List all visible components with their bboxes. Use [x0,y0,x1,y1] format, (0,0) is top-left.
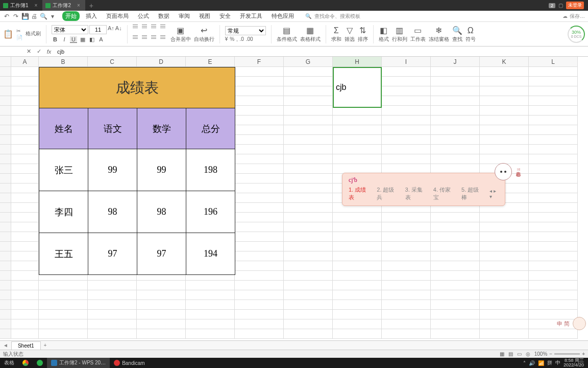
copy-button[interactable]: 📄 [16,35,22,40]
orient[interactable] [160,24,167,29]
tray-up-icon[interactable]: ˄ [523,360,526,366]
percent-icon[interactable]: % [230,36,234,42]
dec-inc-icon[interactable]: .0 [239,36,243,42]
restore-icon[interactable]: ▢ [558,3,563,8]
align-bot[interactable] [151,24,158,29]
taskbar-wechat[interactable] [33,358,47,368]
align-right[interactable] [151,35,158,40]
tab-close-icon[interactable]: × [35,3,38,8]
filter-button[interactable]: ▽筛选 [345,26,355,43]
tray-net-icon[interactable]: 📶 [538,360,544,366]
tab-data[interactable]: 数据 [155,11,173,21]
col-header-G[interactable]: G [284,57,333,67]
symbol-button[interactable]: Ω符号 [465,26,476,43]
rowcol-button[interactable]: ▥行和列 [392,26,407,43]
tab-home[interactable]: 开始 [62,11,80,21]
sheet-nav-prev[interactable]: ◄ [0,342,11,348]
doc-tab-2[interactable]: 工作簿2 × [42,0,85,11]
ime-candidate-popup[interactable]: 小心心我们走!! cj'b 1. 成绩表2. 超级兵3. 采集表4. 传家宝5.… [342,173,505,206]
tray-clock[interactable]: 8:58 周三 2022/4/20 [564,358,584,367]
tab-pagelayout[interactable]: 页面布局 [103,11,132,21]
more-icon[interactable]: ▾ [49,13,56,20]
view-normal-icon[interactable]: ▦ [500,351,504,357]
doc-tab-1[interactable]: 工作簿1 × [0,0,42,11]
redo-icon[interactable]: ↷ [12,13,19,20]
border-button[interactable]: ▦ [79,36,86,43]
tab-security[interactable]: 安全 [216,11,234,21]
preview-icon[interactable]: 🔍 [40,13,47,20]
indent[interactable] [160,35,167,40]
col-header-H[interactable]: H [333,57,382,67]
tab-review[interactable]: 审阅 [176,11,193,21]
cancel-edit-icon[interactable]: ✕ [23,48,34,55]
format-button[interactable]: ◧格式 [379,26,389,43]
col-header-E[interactable]: E [186,57,235,67]
format-painter-label[interactable]: 格式刷 [26,31,41,37]
font-name-select[interactable]: 宋体 [52,25,88,34]
tray-ime-zh[interactable]: 中 [555,359,560,366]
tab-special[interactable]: 特色应用 [268,11,297,21]
taskbar-chrome[interactable] [18,358,33,368]
align-left[interactable] [133,35,140,40]
sheet-tab-1[interactable]: Sheet1 [11,341,41,350]
cloud-progress-ring[interactable]: 30% 0 DCS [568,26,585,43]
freeze-button[interactable]: ❄冻结窗格 [429,26,449,43]
spreadsheet-grid[interactable]: ABCDEFGHIJKL 成绩表姓名语文数学总分张三9999198李四98981… [0,57,588,340]
tray-ime-pin[interactable]: 拼 [547,359,552,366]
tab-formula[interactable]: 公式 [135,11,152,21]
zoom-slider[interactable] [554,353,580,355]
cloud-save-hint[interactable]: ☁ 保存… [562,13,585,20]
col-header-D[interactable]: D [137,57,186,67]
view-page-icon[interactable]: ▤ [508,351,513,357]
tab-insert[interactable]: 插入 [83,11,100,21]
save-icon[interactable]: 💾 [21,13,29,20]
font-color-button[interactable]: A [97,36,105,43]
cut-button[interactable]: ✂ [16,28,22,34]
print-icon[interactable]: 🖨 [31,13,38,20]
col-header-B[interactable]: B [39,57,88,67]
notif-badge[interactable]: 2 [549,3,555,8]
bold-button[interactable]: B [52,36,59,43]
paste-button[interactable]: 📋 [3,29,13,39]
confirm-edit-icon[interactable]: ✓ [34,48,44,55]
assistant-icon[interactable] [573,317,586,330]
dec-dec-icon[interactable]: .00 [246,36,253,42]
underline-button[interactable]: U [70,36,77,43]
find-button[interactable]: 🔍查找 [452,26,462,43]
zoom-out-icon[interactable]: − [549,351,552,357]
fill-color-button[interactable]: ◧ [88,36,95,43]
col-header-F[interactable]: F [235,57,284,67]
tab-view[interactable]: 视图 [196,11,213,21]
col-header-I[interactable]: I [382,57,431,67]
conditional-format-button[interactable]: ▤条件格式 [277,26,297,43]
tab-close-icon[interactable]: × [77,3,80,8]
fx-icon[interactable]: fx [44,49,54,55]
col-header-C[interactable]: C [88,57,137,67]
wrap-text-button[interactable]: ↩自动换行 [194,26,214,43]
align-center[interactable] [142,35,149,40]
col-header-K[interactable]: K [480,57,529,67]
new-tab-button[interactable]: + [85,2,97,10]
worksheet-button[interactable]: ▭工作表 [410,26,426,43]
italic-button[interactable]: I [61,36,68,43]
view-read-icon[interactable]: ◎ [526,351,530,357]
active-cell[interactable]: cjb [333,67,382,108]
ime-page-nav[interactable]: ◂ ▸ ▾ [489,188,500,199]
zoom-in-icon[interactable]: + [582,351,585,357]
currency-icon[interactable]: ¥ [225,36,228,42]
sort-button[interactable]: ⇅排序 [358,26,368,43]
font-size-input[interactable] [89,25,107,34]
merge-center-button[interactable]: ▣合并居中 [170,26,191,43]
formula-content[interactable]: cjb [54,49,64,55]
align-top[interactable] [133,24,140,29]
add-sheet-button[interactable]: + [41,342,50,348]
comma-icon[interactable]: ‚ [236,36,237,42]
sum-button[interactable]: Σ求和 [331,26,341,43]
ime-candidate-3[interactable]: 3. 采集表 [405,186,427,201]
grow-font-icon[interactable]: A↑ [108,25,114,34]
ime-candidate-2[interactable]: 2. 超级兵 [377,186,399,201]
taskbar-leftcut[interactable]: 表格 [0,358,18,368]
taskbar-bandicam[interactable]: Bandicam [110,358,149,368]
shrink-font-icon[interactable]: A↓ [115,25,122,34]
login-badge[interactable]: 未登录 [566,2,584,9]
